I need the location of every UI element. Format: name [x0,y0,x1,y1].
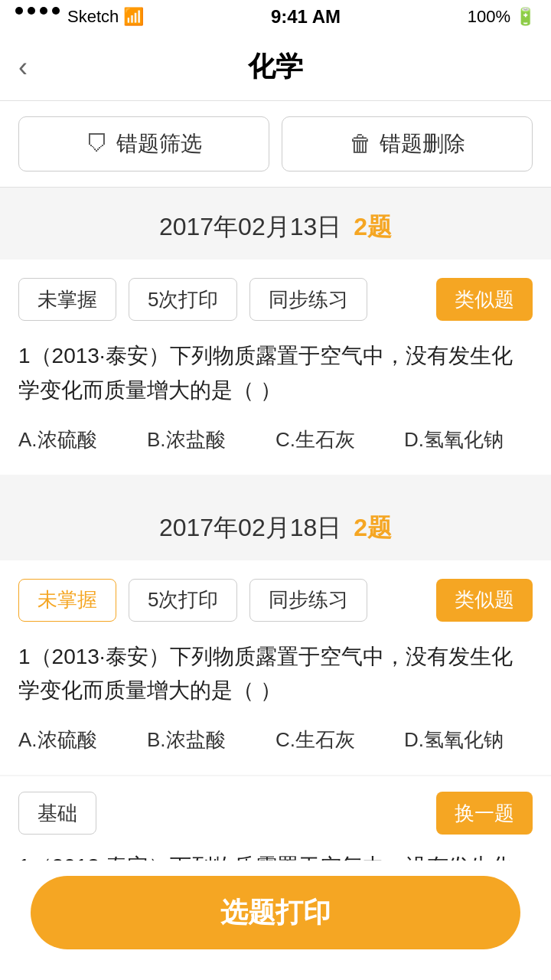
sync-btn-2[interactable]: 同步练习 [249,579,367,622]
question-text-1: 1（2013·泰安）下列物质露置于空气中，没有发生化学变化而质量增大的是（ ） [18,339,533,408]
date-section-2: 2017年02月18日 2题 [0,488,551,560]
action-row-1: 未掌握 5次打印 同步练习 类似题 [18,278,533,321]
time-display: 9:41 AM [271,6,341,28]
option-a-1: A.浓硫酸 [18,423,147,456]
page-title: 化学 [248,48,303,86]
option-b-1: B.浓盐酸 [147,423,276,456]
options-row-2: A.浓硫酸 B.浓盐酸 C.生石灰 D.氢氧化钠 [18,724,533,756]
count-2: 2题 [354,511,392,545]
print-btn-2[interactable]: 5次打印 [129,579,237,622]
signal-area: Sketch 📶 [15,7,144,27]
section-divider-1 [0,476,551,488]
action-row-2: 未掌握 5次打印 同步练习 类似题 [18,579,533,622]
filter-button[interactable]: ⛉ 错题筛选 [18,116,269,172]
sync-btn-1[interactable]: 同步练习 [249,278,367,321]
date-section-1: 2017年02月13日 2题 [0,188,551,260]
network-label: Sketch [67,7,119,27]
option-d-2: D.氢氧化钠 [404,724,533,756]
similar-btn-1[interactable]: 类似题 [436,278,533,321]
dot4 [52,7,60,15]
options-row-1: A.浓硫酸 B.浓盐酸 C.生石灰 D.氢氧化钠 [18,423,533,456]
battery-area: 100% 🔋 [468,7,536,27]
nav-bar: ‹ 化学 [0,34,551,101]
date-text-2: 2017年02月18日 [159,511,341,545]
back-button[interactable]: ‹ [18,51,28,83]
question-text-2: 1（2013·泰安）下列物质露置于空气中，没有发生化学变化而质量增大的是（ ） [18,640,533,709]
question-card-2: 未掌握 5次打印 同步练习 类似题 1（2013·泰安）下列物质露置于空气中，没… [0,560,551,776]
battery-icon: 🔋 [515,7,536,27]
trash-icon: 🗑 [349,131,372,157]
unmastered-btn-2[interactable]: 未掌握 [18,579,116,622]
count-1: 2题 [354,211,392,244]
bottom-bar: 选题打印 [0,861,551,980]
filter-label: 错题筛选 [116,129,202,158]
option-a-2: A.浓硫酸 [18,724,147,756]
toolbar: ⛉ 错题筛选 🗑 错题删除 [0,101,551,188]
unmastered-btn-1[interactable]: 未掌握 [18,278,116,321]
print-select-button[interactable]: 选题打印 [31,876,520,949]
wifi-icon: 📶 [123,7,144,27]
dot3 [40,7,47,15]
option-c-1: C.生石灰 [276,423,404,456]
dot2 [28,7,35,15]
option-d-1: D.氢氧化钠 [404,423,533,456]
delete-button[interactable]: 🗑 错题删除 [282,116,533,172]
sub-action-jichu: 基础 换一题 [18,792,533,835]
swap-jichu[interactable]: 换一题 [436,792,533,835]
delete-label: 错题删除 [380,129,465,158]
option-c-2: C.生石灰 [276,724,404,756]
question-card-1: 未掌握 5次打印 同步练习 类似题 1（2013·泰安）下列物质露置于空气中，没… [0,260,551,475]
status-bar: Sketch 📶 9:41 AM 100% 🔋 [0,0,551,34]
option-b-2: B.浓盐酸 [147,724,276,756]
filter-icon: ⛉ [86,131,109,157]
print-btn-1[interactable]: 5次打印 [129,278,237,321]
tag-jichu: 基础 [18,792,96,835]
similar-btn-2[interactable]: 类似题 [436,579,533,622]
dot1 [15,7,23,15]
battery-label: 100% [468,7,510,27]
date-text-1: 2017年02月13日 [159,211,341,244]
